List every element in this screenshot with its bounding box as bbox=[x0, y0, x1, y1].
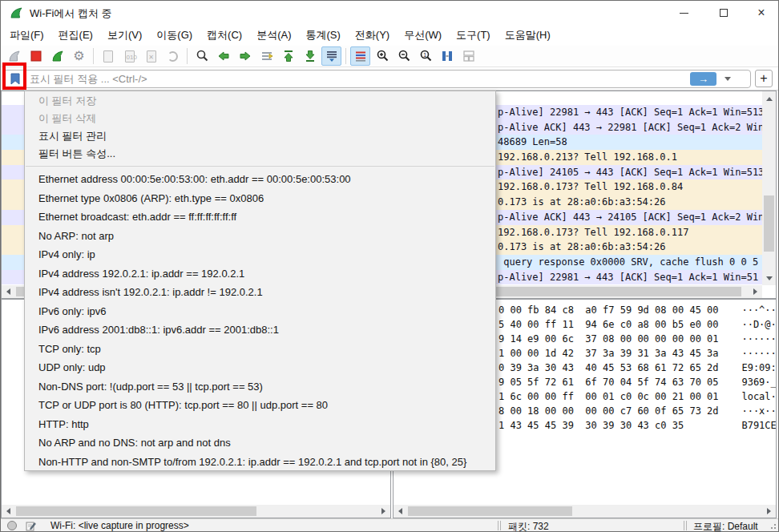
packet-list-vertical-scrollbar[interactable] bbox=[762, 91, 776, 285]
filter-menu-action-item[interactable]: 이 필터 저장 bbox=[25, 92, 495, 110]
stop-capture-button[interactable] bbox=[26, 46, 46, 66]
hex-line[interactable]: 1 00 00 1d 42 37 3a 39 31 3a 43 45 3a ··… bbox=[498, 346, 776, 361]
scroll-left-button[interactable] bbox=[2, 505, 14, 518]
menu-item[interactable]: 편집(E) bbox=[51, 25, 100, 46]
details-horizontal-scrollbar[interactable] bbox=[2, 505, 390, 518]
minimize-button[interactable] bbox=[665, 1, 702, 25]
go-to-packet-button[interactable] bbox=[256, 46, 276, 66]
auto-scroll-toggle[interactable] bbox=[321, 46, 341, 66]
menu-item[interactable]: 파일(F) bbox=[2, 25, 51, 46]
zoom-in-icon bbox=[375, 49, 390, 63]
hex-line[interactable]: 8 00 18 00 00 00 00 c7 60 0f 65 73 2d ··… bbox=[498, 404, 776, 418]
open-file-button[interactable] bbox=[98, 46, 118, 66]
filter-preset-item[interactable]: Non-DNS port: !(udp.port == 53 || tcp.po… bbox=[25, 377, 495, 397]
menu-item[interactable]: 캡처(C) bbox=[200, 25, 249, 46]
reload-icon bbox=[168, 51, 178, 62]
menu-item[interactable]: 분석(A) bbox=[249, 25, 298, 46]
zoom-original-button[interactable]: 1 bbox=[415, 46, 435, 66]
scroll-right-button[interactable] bbox=[763, 505, 776, 518]
display-filter-input[interactable] bbox=[30, 71, 478, 87]
statusbar-divider bbox=[684, 521, 687, 530]
filter-menu-action-item[interactable]: 이 필터 삭제 bbox=[25, 110, 495, 127]
menu-item[interactable]: 무선(W) bbox=[397, 25, 449, 46]
previous-packet-button[interactable] bbox=[213, 46, 233, 66]
menu-item[interactable]: 통계(S) bbox=[298, 25, 347, 46]
close-file-icon: ✕ bbox=[147, 50, 156, 62]
zoom-out-button[interactable] bbox=[394, 46, 414, 66]
filter-preset-item[interactable]: Ethernet broadcast: eth.addr == ff:ff:ff… bbox=[25, 208, 495, 227]
menu-item[interactable]: 도구(T) bbox=[449, 25, 498, 46]
horizontal-scroll-thumb[interactable] bbox=[408, 506, 572, 516]
save-file-button[interactable]: 010 bbox=[119, 46, 139, 66]
horizontal-scroll-thumb[interactable] bbox=[16, 506, 256, 516]
scroll-right-icon bbox=[767, 508, 774, 514]
filter-menu-action-item[interactable]: 필터 버튼 속성... bbox=[25, 145, 495, 163]
last-packet-button[interactable] bbox=[300, 46, 320, 66]
apply-filter-button[interactable]: → bbox=[690, 72, 716, 86]
close-file-button[interactable]: ✕ bbox=[141, 46, 161, 66]
filter-menu-action-item[interactable]: 표시 필터 관리 bbox=[25, 127, 495, 145]
horizontal-scroll-track[interactable] bbox=[14, 505, 377, 518]
arrow-up-bar-icon bbox=[281, 49, 296, 63]
horizontal-scroll-track[interactable] bbox=[406, 505, 763, 518]
bytes-horizontal-scrollbar[interactable] bbox=[394, 505, 776, 518]
filter-preset-item[interactable]: IPv6 address 2001:db8::1: ipv6.addr == 2… bbox=[25, 320, 495, 340]
expert-info-icon[interactable] bbox=[7, 521, 17, 530]
restart-capture-button[interactable] bbox=[47, 46, 67, 66]
filter-preset-item[interactable]: IPv4 only: ip bbox=[25, 245, 495, 264]
hex-line[interactable]: 1 43 45 45 39 30 39 30 43 c0 35 B791CEE bbox=[498, 418, 776, 433]
arrow-down-bar-icon bbox=[303, 49, 317, 63]
toolbar-separator bbox=[345, 48, 346, 64]
menu-item[interactable]: 이동(G) bbox=[149, 25, 200, 46]
layout-grid-button[interactable] bbox=[458, 46, 478, 66]
menu-item[interactable]: 전화(Y) bbox=[348, 25, 397, 46]
filter-preset-item[interactable]: Ethernet address 00:00:5e:00:53:00: eth.… bbox=[25, 170, 495, 189]
zoom-in-button[interactable] bbox=[372, 46, 392, 66]
apply-dropdown-caret-icon[interactable] bbox=[725, 77, 731, 84]
hex-line[interactable]: 5 40 00 ff 11 94 6e c0 a8 00 b5 e0 00 ··… bbox=[498, 317, 776, 332]
colorize-toggle[interactable] bbox=[350, 46, 370, 66]
resize-columns-button[interactable] bbox=[437, 46, 457, 66]
hex-line[interactable]: 1 6c 00 00 ff 00 01 c0 0c 00 21 00 01 lo… bbox=[498, 389, 776, 404]
first-packet-button[interactable] bbox=[278, 46, 298, 66]
scroll-down-button[interactable] bbox=[762, 272, 776, 285]
resize-grip[interactable] bbox=[770, 523, 777, 530]
add-filter-button[interactable]: + bbox=[755, 70, 773, 87]
maximize-button[interactable] bbox=[705, 1, 742, 25]
filter-preset-item[interactable]: Non-HTTP and non-SMTP to/from 192.0.2.1:… bbox=[25, 453, 495, 472]
scroll-up-button[interactable] bbox=[762, 91, 776, 105]
hex-line[interactable]: 0 39 3a 30 43 40 45 53 68 61 72 65 2d E9… bbox=[498, 361, 776, 375]
filter-preset-item[interactable]: No ARP: not arp bbox=[25, 227, 495, 246]
close-button[interactable]: × bbox=[743, 1, 779, 25]
scroll-left-button[interactable] bbox=[394, 505, 406, 518]
save-file-icon: 010 bbox=[125, 50, 135, 62]
vertical-scroll-thumb[interactable] bbox=[764, 195, 774, 252]
menu-item[interactable]: 도움말(H) bbox=[498, 25, 558, 46]
packet-info-text: p-Alive ACK] 443 → 22981 [ACK] Seq=1 Ack… bbox=[498, 122, 762, 133]
filter-preset-item[interactable]: HTTP: http bbox=[25, 415, 495, 434]
scroll-right-button[interactable] bbox=[377, 505, 390, 518]
filter-preset-item[interactable]: No ARP and no DNS: not arp and not dns bbox=[25, 433, 495, 453]
hex-line[interactable]: 0 00 fb 84 c8 a0 f7 59 9d 08 00 45 00 ··… bbox=[498, 303, 776, 317]
filter-preset-item[interactable]: TCP or UDP port is 80 (HTTP): tcp.port =… bbox=[25, 396, 495, 415]
next-packet-button[interactable] bbox=[235, 46, 255, 66]
filter-preset-item[interactable]: Ethernet type 0x0806 (ARP): eth.type == … bbox=[25, 189, 495, 208]
filter-preset-item[interactable]: TCP only: tcp bbox=[25, 340, 495, 359]
stop-square-icon bbox=[29, 49, 43, 63]
find-packet-button[interactable] bbox=[192, 46, 212, 66]
scroll-right-button[interactable] bbox=[749, 285, 762, 298]
filter-preset-item[interactable]: IPv4 address isn't 192.0.2.1: ip.addr !=… bbox=[25, 283, 495, 302]
menu-item[interactable]: 보기(V) bbox=[100, 25, 149, 46]
capture-options-button[interactable]: ⚙ bbox=[69, 46, 89, 66]
filter-preset-item[interactable]: UDP only: udp bbox=[25, 358, 495, 377]
hex-line[interactable]: 9 14 e9 00 6c 37 08 00 00 00 00 00 01 ··… bbox=[498, 332, 776, 346]
maximize-icon bbox=[720, 9, 728, 17]
packet-info-text: query response 0x0000 SRV, cache flush 0… bbox=[498, 256, 758, 268]
profile-label[interactable]: 프로필: Default bbox=[693, 520, 758, 532]
capture-comment-icon[interactable] bbox=[26, 521, 36, 531]
scroll-left-button[interactable] bbox=[2, 285, 14, 298]
filter-preset-item[interactable]: IPv4 address 192.0.2.1: ip.addr == 192.0… bbox=[25, 264, 495, 284]
filter-preset-item[interactable]: IPv6 only: ipv6 bbox=[25, 302, 495, 321]
hex-line[interactable]: 9 05 5f 72 61 6f 70 04 5f 74 63 70 05 93… bbox=[498, 375, 776, 389]
reload-file-button[interactable] bbox=[163, 46, 183, 66]
